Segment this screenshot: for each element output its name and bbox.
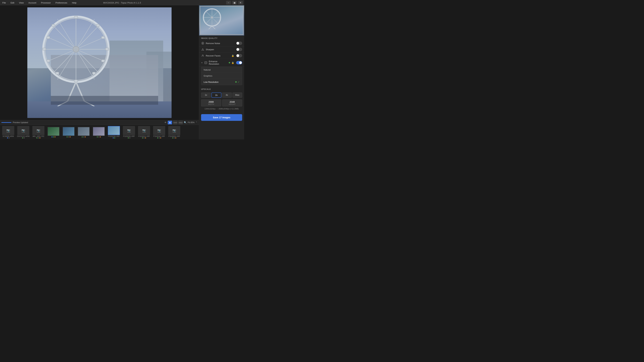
menu-edit[interactable]: Edit [10, 1, 15, 5]
film-thumb-9: 📷 [123, 126, 135, 135]
film-item-2[interactable]: ⋮ 📷 DSC01313.ARW [16, 126, 31, 139]
option-natural[interactable]: Natural [201, 67, 242, 73]
enhance-resolution-toggle[interactable] [236, 61, 242, 64]
resolution-info: 1344x1024px → 2688x2048px (+11.2MB) [201, 108, 242, 110]
film-label-12: P3240604.ORF [168, 135, 180, 137]
bottom-toolbar: Preview Updated 👁 ▮ ▭▭ ▭▭ 🔍 Fit 85% ⌃ [0, 120, 199, 125]
film-status-10 [142, 137, 146, 138]
film-item-8[interactable]: ⋮ P3230260.ORF [106, 126, 122, 139]
recover-faces-toggle[interactable] [236, 54, 242, 57]
film-item-12[interactable]: ⋮ 📷 P3240604.ORF [167, 126, 182, 139]
option-graphics[interactable]: Graphics [201, 73, 242, 79]
preview-thumbnail [199, 5, 244, 35]
menu-processor[interactable]: Processor [40, 1, 52, 5]
preview-status: Preview Updated [13, 121, 28, 124]
film-item-7[interactable]: ⋮ [91, 126, 106, 138]
save-button[interactable]: Save 17 Images [201, 114, 242, 121]
film-status-2 [22, 137, 25, 138]
film-img-4 [48, 127, 59, 136]
recover-faces-icon [201, 54, 204, 57]
film-item-3[interactable]: ⋮ 📷 IMG_0455.CR2 [31, 126, 46, 139]
svg-rect-17 [47, 36, 50, 39]
status-dot-3b [38, 137, 39, 138]
film-item-9[interactable]: ⋮ 📷 P3230292.ORF [122, 126, 136, 139]
main-photo [27, 7, 172, 118]
chevron-down-icon: ▼ [201, 62, 203, 64]
film-placeholder-1: 📷 [2, 126, 14, 135]
sharpen-icon [201, 48, 204, 51]
sharpen-row: Sharpen [199, 46, 244, 53]
height-value: 2048 [224, 100, 241, 103]
upscale-max[interactable]: Max [232, 92, 242, 98]
sharpen-toggle[interactable] [236, 48, 242, 51]
option-check-icon: ✓ [238, 81, 240, 83]
film-item-11[interactable]: ⋮ 📷 P3240342.ORF [152, 126, 167, 139]
film-status-6 [82, 136, 86, 137]
svg-point-37 [202, 43, 203, 44]
film-thumb-3: 📷 [32, 126, 44, 135]
view-compare-button[interactable]: ▭▭ [178, 121, 183, 124]
enhance-green-dot [229, 62, 230, 63]
film-placeholder-9: 📷 [123, 126, 135, 135]
film-status-8 [113, 137, 115, 138]
film-item-4[interactable]: ⋮ [46, 126, 61, 138]
upscale-1x[interactable]: 1x [201, 92, 211, 98]
film-thumb-10: 📷 [138, 126, 150, 135]
status-dot-4a [52, 136, 52, 137]
image-quality-header: IMAGE QUALITY [199, 35, 244, 40]
menu-view[interactable]: View [18, 1, 25, 5]
status-dot-7a [97, 136, 98, 137]
film-img-7 [93, 127, 104, 136]
menu-account[interactable]: Account [27, 1, 37, 5]
film-label-9: P3230292.ORF [123, 135, 135, 137]
status-dot-9b [129, 137, 130, 138]
status-dot-5c [70, 136, 70, 137]
svg-rect-16 [96, 24, 100, 27]
svg-rect-11 [74, 16, 78, 18]
status-dot-11a [157, 137, 158, 138]
enhance-resolution-icon [204, 61, 208, 64]
zoom-icon: 🔍 [184, 121, 187, 124]
film-item-10[interactable]: ⋮ 📷 P3230916.ORF [136, 126, 152, 139]
remove-noise-toggle[interactable] [236, 41, 242, 45]
film-img-6 [78, 127, 90, 136]
option-graphics-label: Graphics [204, 75, 212, 77]
canvas-area: Preview Updated 👁 ▮ ▭▭ ▭▭ 🔍 Fit 85% ⌃ ⋮ … [0, 5, 199, 139]
minimize-button[interactable]: − [226, 1, 231, 4]
upscale-4x[interactable]: 4x [222, 92, 232, 98]
menu-preferences[interactable]: Preferences [54, 1, 68, 5]
status-dot-8a [113, 137, 114, 138]
menu-help[interactable]: Help [71, 1, 78, 5]
film-status-9 [128, 137, 130, 138]
filmstrip: ⋮ 📷 SC00690.ARW ⋮ 📷 DSC01313.ARW [0, 125, 199, 139]
film-item-6[interactable]: ⋮ [76, 126, 91, 138]
menu-file[interactable]: File [1, 1, 7, 5]
eye-icon: 👁 [164, 121, 167, 124]
maximize-button[interactable]: ▣ [232, 1, 237, 4]
svg-rect-13 [42, 48, 46, 50]
film-status-1 [7, 137, 10, 138]
close-button[interactable]: ✕ [238, 1, 243, 4]
status-dot-11b [159, 137, 160, 138]
preview-thumb-border [200, 6, 244, 35]
enhance-lock-icon: 🔒 [232, 61, 234, 64]
remove-noise-row: Remove Noise [199, 40, 244, 46]
view-single-button[interactable]: ▮ [168, 121, 172, 124]
status-dot-6b [83, 136, 84, 137]
status-dot-2b [24, 137, 25, 138]
status-dot-6a [82, 136, 83, 137]
film-item-1[interactable]: ⋮ 📷 SC00690.ARW [1, 126, 16, 139]
view-split-button[interactable]: ▭▭ [173, 121, 178, 124]
upscale-2x[interactable]: 2x [212, 92, 221, 98]
status-dot-10b [144, 137, 144, 138]
zoom-arrow-icon[interactable]: ⌃ [196, 121, 198, 124]
film-placeholder-3: 📷 [33, 126, 44, 135]
status-dot-5a [66, 136, 68, 137]
svg-line-34 [209, 26, 212, 29]
width-box: 2688 WIDTH [201, 99, 221, 106]
recover-faces-row: Recover Faces 🔒 [199, 53, 244, 59]
enhance-resolution-row[interactable]: ▼ Enhance Resolution 🔒 [199, 59, 244, 67]
option-low-resolution[interactable]: Low Resolution ✓ [201, 79, 242, 85]
film-thumb-11: 📷 [153, 126, 165, 135]
film-item-5[interactable]: ⋮ [61, 126, 76, 138]
